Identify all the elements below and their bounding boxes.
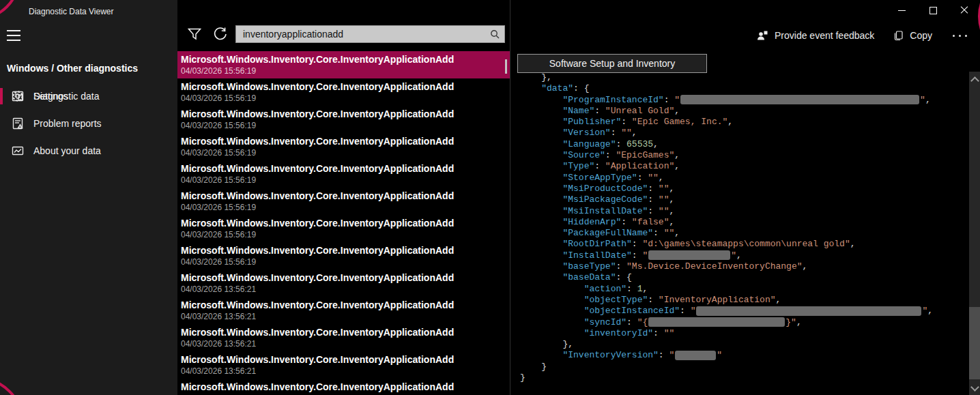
- app-window: Diagnostic Data Viewer Windows / Other d…: [0, 0, 980, 395]
- event-timestamp: 04/03/2026 15:56:19: [181, 229, 510, 240]
- code-line: "InstallDate": "",: [520, 250, 968, 261]
- refresh-icon: [212, 27, 227, 42]
- event-timestamp: 04/03/2026 15:56:19: [181, 120, 510, 131]
- event-title: Microsoft.Windows.Inventory.Core.Invento…: [181, 326, 510, 338]
- minimize-icon: [898, 10, 906, 11]
- list-item[interactable]: Microsoft.Windows.Inventory.Core.Invento…: [177, 297, 510, 324]
- json-view: }, "data": { "ProgramInstanceId": "", "N…: [520, 72, 968, 395]
- list-scrollbar-thumb[interactable]: [505, 59, 507, 74]
- sidebar-settings: Settings: [0, 83, 177, 390]
- code-line: "MsiPackageCode": "",: [520, 194, 968, 205]
- code-line: "Version": "",: [520, 128, 968, 138]
- list-item[interactable]: Microsoft.Windows.Inventory.Core.Invento…: [177, 160, 510, 188]
- code-line: "Publisher": "Epic Games, Inc.",: [520, 117, 968, 128]
- filter-icon: [188, 27, 201, 41]
- list-item[interactable]: Microsoft.Windows.Inventory.Core.Invento…: [177, 379, 510, 395]
- scroll-up-icon[interactable]: [970, 76, 979, 85]
- event-title: Microsoft.Windows.Inventory.Core.Invento…: [181, 244, 510, 257]
- event-timestamp: 04/03/2026 15:56:19: [181, 147, 510, 158]
- list-item[interactable]: Microsoft.Windows.Inventory.Core.Invento…: [177, 78, 510, 106]
- command-bar: Provide event feedback Copy: [757, 26, 969, 45]
- search-input[interactable]: [235, 25, 505, 43]
- list-item[interactable]: Microsoft.Windows.Inventory.Core.Invento…: [177, 51, 510, 78]
- detail-scrollbar[interactable]: [969, 72, 980, 395]
- list-item[interactable]: Microsoft.Windows.Inventory.Core.Invento…: [177, 106, 510, 133]
- feedback-person-icon: [757, 30, 768, 42]
- event-list-panel: Microsoft.Windows.Inventory.Core.Invento…: [177, 0, 510, 395]
- code-line: },: [520, 339, 968, 350]
- event-timestamp: 04/03/2026 15:56:19: [181, 175, 510, 186]
- event-title: Microsoft.Windows.Inventory.Core.Invento…: [181, 108, 510, 120]
- redacted-value: [648, 250, 730, 260]
- event-title: Microsoft.Windows.Inventory.Core.Invento…: [181, 353, 510, 366]
- code-line: "MsiInstallDate": "",: [520, 206, 968, 217]
- event-detail-panel: Provide event feedback Copy Software Set…: [510, 0, 980, 395]
- code-line: "PackageFullName": "",: [520, 228, 968, 239]
- code-line: "action": 1,: [520, 284, 968, 295]
- code-line: "InventoryVersion": "": [520, 350, 968, 361]
- copy-icon: [893, 30, 904, 41]
- search-box: [235, 25, 505, 43]
- provide-event-feedback-button[interactable]: Provide event feedback: [757, 30, 874, 42]
- event-title: Microsoft.Windows.Inventory.Core.Invento…: [181, 299, 510, 311]
- sidebar-item-settings[interactable]: Settings: [0, 83, 177, 110]
- sidebar-section-title: Windows / Other diagnostics: [7, 63, 138, 74]
- code-line: },: [520, 72, 968, 83]
- code-line: "inventoryId": "": [520, 328, 968, 339]
- event-list: Microsoft.Windows.Inventory.Core.Invento…: [177, 51, 510, 395]
- code-line: "objectInstanceId": "",: [520, 306, 968, 317]
- hamburger-menu-icon[interactable]: [7, 30, 20, 41]
- category-tag[interactable]: Software Setup and Inventory: [517, 54, 707, 73]
- list-item[interactable]: Microsoft.Windows.Inventory.Core.Invento…: [177, 133, 510, 160]
- event-title: Microsoft.Windows.Inventory.Core.Invento…: [181, 135, 510, 147]
- code-line: "StoreAppType": "",: [520, 173, 968, 184]
- list-item[interactable]: Microsoft.Windows.Inventory.Core.Invento…: [177, 269, 510, 297]
- sidebar-item-label: Settings: [33, 91, 68, 102]
- event-title: Microsoft.Windows.Inventory.Core.Invento…: [181, 381, 510, 393]
- code-line: "Type": "Application",: [520, 161, 968, 172]
- maximize-button[interactable]: [917, 0, 949, 20]
- list-item[interactable]: Microsoft.Windows.Inventory.Core.Invento…: [177, 188, 510, 215]
- detail-scrollbar-thumb[interactable]: [969, 307, 980, 379]
- redacted-value: [675, 351, 716, 360]
- event-timestamp: 04/03/2026 15:56:19: [181, 202, 510, 213]
- code-line: "objectType": "InventoryApplication",: [520, 295, 968, 306]
- event-timestamp: 04/03/2026 13:56:21: [181, 284, 510, 295]
- scroll-down-icon[interactable]: [970, 383, 979, 392]
- copy-button[interactable]: Copy: [893, 30, 932, 41]
- event-timestamp: 04/03/2026 15:56:19: [181, 65, 510, 76]
- event-title: Microsoft.Windows.Inventory.Core.Invento…: [181, 190, 510, 202]
- category-tag-label: Software Setup and Inventory: [549, 58, 675, 69]
- event-timestamp: 04/03/2026 13:56:21: [181, 338, 510, 349]
- event-title: Microsoft.Windows.Inventory.Core.Invento…: [181, 272, 510, 284]
- search-icon: [489, 29, 500, 40]
- list-item[interactable]: Microsoft.Windows.Inventory.Core.Invento…: [177, 351, 510, 379]
- list-item[interactable]: Microsoft.Windows.Inventory.Core.Invento…: [177, 324, 510, 351]
- copy-label: Copy: [910, 30, 932, 41]
- code-line: }: [520, 362, 968, 372]
- code-line: "MsiProductCode": "",: [520, 184, 968, 194]
- code-line: "Name": "Unreal Gold",: [520, 106, 968, 117]
- event-title: Microsoft.Windows.Inventory.Core.Invento…: [181, 81, 510, 93]
- redacted-value: [696, 306, 921, 316]
- event-timestamp: 04/03/2026 13:56:21: [181, 366, 510, 377]
- maximize-icon: [929, 7, 937, 14]
- gear-icon: [11, 89, 25, 103]
- event-title: Microsoft.Windows.Inventory.Core.Invento…: [181, 162, 510, 175]
- app-title: Diagnostic Data Viewer: [29, 7, 114, 16]
- list-item[interactable]: Microsoft.Windows.Inventory.Core.Invento…: [177, 242, 510, 269]
- more-options-icon[interactable]: [951, 26, 969, 45]
- filter-button[interactable]: [186, 25, 203, 43]
- code-line: }: [520, 372, 968, 383]
- event-timestamp: 04/03/2026 15:56:19: [181, 93, 510, 104]
- code-line: "baseType": "Ms.Device.DeviceInventoryCh…: [520, 261, 968, 272]
- close-button[interactable]: [949, 0, 980, 20]
- code-line: "RootDirPath": "d:\games\steamapps\commo…: [520, 239, 968, 250]
- code-line: "Source": "EpicGames",: [520, 150, 968, 161]
- refresh-button[interactable]: [211, 25, 229, 43]
- code-line: "baseData": {: [520, 272, 968, 283]
- list-item[interactable]: Microsoft.Windows.Inventory.Core.Invento…: [177, 215, 510, 242]
- minimize-button[interactable]: [886, 0, 917, 20]
- event-timestamp: 04/03/2026 15:56:19: [181, 257, 510, 267]
- event-timestamp: 04/03/2026 13:56:21: [181, 311, 510, 322]
